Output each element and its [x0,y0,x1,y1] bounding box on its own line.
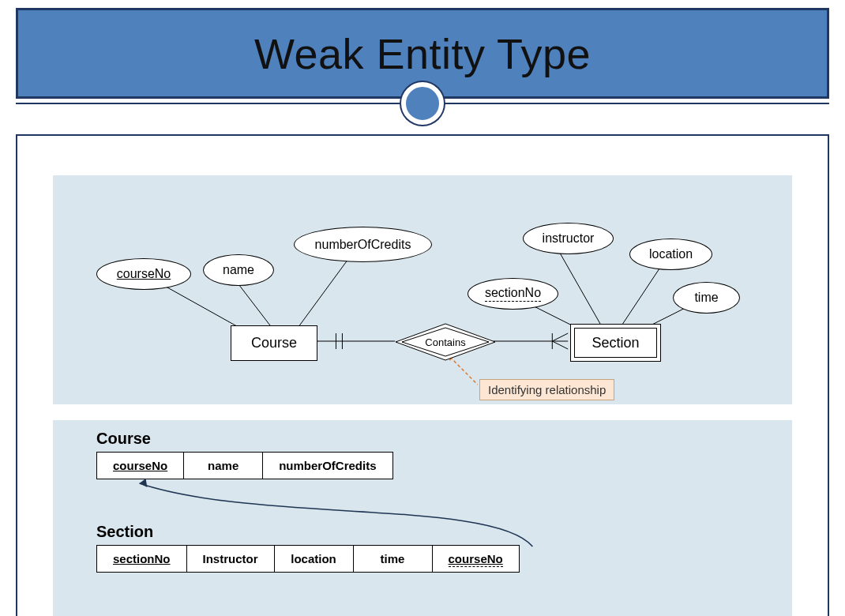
attr-numberOfCredits-label: numberOfCredits [315,238,411,252]
col-time: time [353,546,432,573]
attr-sectionNo: sectionNo [468,278,558,310]
page-title: Weak Entity Type [254,29,591,78]
attr-name: name [203,254,274,286]
attr-instructor-label: instructor [543,231,595,246]
svg-line-4 [556,246,603,329]
col-courseNo: courseNo [97,453,184,479]
callout-identifying-relationship: Identifying relationship [479,379,614,400]
callout-text: Identifying relationship [488,383,606,396]
relationship-contains: Contains [394,322,497,362]
course-table: courseNo name numberOfCredits [96,452,393,479]
attr-location: location [629,239,712,270]
attr-time-label: time [694,291,718,305]
relational-panel: Course courseNo name numberOfCredits Sec… [53,420,792,616]
attr-instructor: instructor [523,223,614,254]
col-location: location [274,546,353,573]
content-frame: courseNo name numberOfCredits sectionNo … [16,134,829,616]
entity-section: Section [570,324,661,362]
attr-time: time [673,282,740,314]
fk-arrow [53,420,792,616]
table-row: courseNo name numberOfCredits [97,453,393,479]
attr-courseNo-label: courseNo [117,267,171,281]
attr-name-label: name [223,263,254,277]
table-row: sectionNo Instructor location time cours… [97,546,520,573]
attr-numberOfCredits: numberOfCredits [294,227,432,262]
decorative-circle [401,82,444,125]
col-courseNo-label: courseNo [113,459,167,472]
course-table-title: Course [96,430,151,448]
attr-sectionNo-label: sectionNo [485,286,541,302]
svg-line-13 [552,341,568,349]
relationship-contains-label: Contains [394,322,497,362]
attr-courseNo: courseNo [96,258,191,290]
col-instructor: Instructor [186,546,274,573]
svg-marker-18 [140,479,148,487]
svg-line-2 [297,254,352,329]
col-numberOfCredits: numberOfCredits [263,453,392,479]
entity-course: Course [231,325,317,361]
entity-section-label: Section [592,335,639,351]
section-table: sectionNo Instructor location time cours… [96,545,520,573]
col-fk-courseNo: courseNo [432,546,519,573]
col-fk-courseNo-label: courseNo [449,552,503,567]
col-sectionNo-label: sectionNo [113,552,171,565]
section-table-title: Section [96,523,153,541]
col-name: name [184,453,263,479]
er-panel: courseNo name numberOfCredits sectionNo … [53,175,792,404]
svg-line-12 [552,333,568,341]
attr-location-label: location [649,247,693,261]
entity-course-label: Course [251,335,297,351]
col-sectionNo: sectionNo [97,546,187,573]
